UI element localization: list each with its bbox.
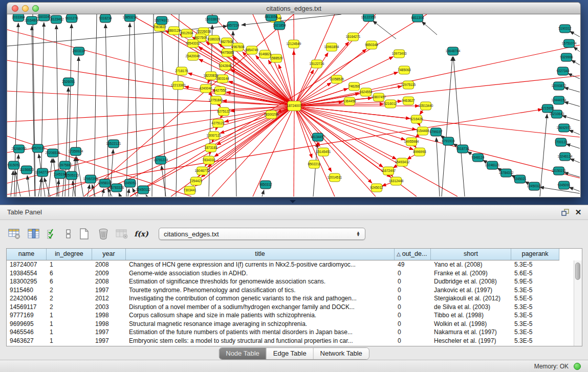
table-row[interactable]: 946362711997Embryonic stem cells: a mode… bbox=[7, 337, 574, 345]
function-builder-icon[interactable]: f(x) bbox=[134, 226, 149, 242]
tab-node-table[interactable]: Node Table bbox=[219, 348, 267, 359]
graph-node[interactable]: 15692971 bbox=[557, 124, 572, 132]
graph-node[interactable]: 10807457 bbox=[372, 93, 386, 101]
column-header-year[interactable]: year bbox=[92, 249, 126, 260]
table-row[interactable]: 911546021997Tourette syndrome. Phenomeno… bbox=[7, 286, 574, 295]
graph-node[interactable]: 2967608 bbox=[231, 43, 245, 51]
table-row[interactable]: 2242004622012Investigating the contribut… bbox=[7, 294, 574, 303]
graph-node[interactable]: 2718176 bbox=[175, 67, 188, 75]
graph-node[interactable]: 11058526 bbox=[330, 75, 344, 83]
graph-node[interactable]: 9227343 bbox=[556, 67, 570, 75]
graph-node[interactable]: 15751074 bbox=[562, 39, 577, 48]
graph-node[interactable]: 15134457 bbox=[311, 133, 325, 141]
graph-node[interactable]: 13150211 bbox=[552, 167, 567, 175]
graph-node[interactable]: 1921854 bbox=[273, 21, 286, 30]
table-row[interactable]: 1830029562008Estimation of significance … bbox=[7, 277, 574, 286]
graph-node[interactable]: 1624554 bbox=[359, 88, 373, 96]
graph-node[interactable]: 1364456 bbox=[343, 97, 356, 105]
graph-node[interactable]: 7254421 bbox=[189, 177, 203, 185]
graph-node[interactable]: 4240046 bbox=[199, 84, 212, 93]
graph-node[interactable]: 15122726 bbox=[310, 60, 324, 68]
graph-node[interactable]: 9242848 bbox=[219, 62, 232, 70]
graph-node[interactable]: 12444154 bbox=[552, 96, 567, 104]
graph-node[interactable]: 10973493 bbox=[392, 50, 407, 58]
graph-node[interactable]: 9518734 bbox=[456, 145, 469, 153]
graph-node[interactable]: 18529111 bbox=[31, 144, 45, 152]
vertical-scrollbar[interactable] bbox=[574, 260, 582, 346]
column-header-name[interactable]: name bbox=[7, 249, 47, 260]
graph-node[interactable]: 16783326 bbox=[110, 184, 124, 192]
graph-node[interactable]: 8912934 bbox=[180, 29, 193, 37]
graph-node[interactable]: 2526051 bbox=[62, 78, 75, 86]
graph-node[interactable]: 8860128 bbox=[167, 27, 181, 35]
graph-node[interactable]: 3216426 bbox=[410, 115, 423, 123]
graph-node[interactable]: 25266050 bbox=[12, 145, 27, 153]
graph-node[interactable]: 8215955 bbox=[541, 104, 554, 113]
graph-node[interactable]: 20206535 bbox=[46, 149, 60, 157]
graph-node[interactable]: 9348124 bbox=[471, 154, 485, 162]
table-row[interactable]: 1456911722003Disruption of a novel membe… bbox=[7, 303, 574, 312]
graph-node[interactable]: 10246121 bbox=[485, 161, 500, 169]
graph-node[interactable]: 8996993 bbox=[413, 148, 426, 156]
table-row[interactable]: 946554611997Estimation of the future num… bbox=[7, 328, 574, 337]
graph-node[interactable]: 14955984 bbox=[404, 138, 419, 146]
graph-node[interactable]: 7303441 bbox=[183, 186, 197, 194]
graph-node[interactable]: 15145451 bbox=[316, 148, 331, 156]
graph-node[interactable]: 16046771 bbox=[195, 167, 210, 175]
graph-node[interactable]: 1873183 bbox=[204, 144, 217, 152]
graph-node[interactable]: 16033809 bbox=[205, 15, 220, 24]
graph-node[interactable]: 18220838 bbox=[204, 72, 219, 80]
graph-node[interactable]: 12093872 bbox=[552, 82, 567, 90]
graph-node[interactable]: 9245051 bbox=[123, 179, 137, 187]
graph-node[interactable]: 7700123 bbox=[554, 138, 568, 146]
graph-node[interactable]: 18300295 bbox=[264, 111, 279, 119]
graph-node[interactable]: 12975115 bbox=[401, 81, 416, 89]
graph-node[interactable]: 8791919 bbox=[442, 137, 455, 145]
graph-node[interactable]: 8186328 bbox=[207, 35, 221, 43]
graph-node[interactable]: 8813054 bbox=[265, 14, 278, 21]
column-header-in_degree[interactable]: in_degree bbox=[47, 249, 92, 260]
graph-node[interactable]: 16791224 bbox=[154, 156, 168, 164]
table-row[interactable]: 1872400712008Changes of HCN gene express… bbox=[7, 260, 574, 269]
table-source-select[interactable]: citations_edges.txt ▲▼ bbox=[159, 228, 365, 240]
graph-node[interactable]: 15274101 bbox=[155, 16, 169, 25]
graph-node[interactable]: 5190312 bbox=[558, 25, 572, 33]
column-header-out_degree[interactable]: △out_de... bbox=[395, 249, 431, 260]
graph-node[interactable]: 18123462 bbox=[49, 15, 64, 24]
graph-node[interactable]: 4275123 bbox=[211, 119, 225, 127]
graph-node[interactable]: 12213383 bbox=[171, 81, 186, 90]
graph-node[interactable]: 9154469 bbox=[416, 127, 429, 135]
graph-node[interactable]: 12124549 bbox=[287, 40, 301, 48]
table-settings-icon[interactable] bbox=[7, 226, 23, 242]
column-header-pagerank[interactable]: pagerank bbox=[511, 249, 559, 260]
column-header-short[interactable]: short bbox=[431, 249, 511, 260]
graph-node[interactable]: 16312448 bbox=[389, 177, 404, 185]
graph-node[interactable]: 9315051 bbox=[7, 161, 20, 169]
graph-node[interactable]: 13522121 bbox=[106, 140, 121, 148]
table-row[interactable]: 969969511998Structural magnetic resonanc… bbox=[7, 320, 574, 329]
graph-node[interactable]: 23420046 bbox=[186, 52, 201, 60]
graph-node[interactable]: 9245012 bbox=[370, 184, 383, 192]
graph-node-hub[interactable]: 18724007 bbox=[287, 101, 302, 111]
graph-node[interactable]: 6216012 bbox=[384, 100, 397, 108]
graph-node[interactable]: 12014511 bbox=[328, 173, 342, 182]
new-file-icon[interactable] bbox=[77, 226, 92, 242]
row-height-icon[interactable] bbox=[64, 226, 73, 242]
column-visibility-icon[interactable] bbox=[26, 226, 41, 242]
network-graph[interactable]: 1872400779638228860128891293422226038982… bbox=[7, 14, 580, 196]
graph-node[interactable]: 10961854 bbox=[324, 43, 339, 51]
graph-node[interactable]: 7485063 bbox=[398, 66, 411, 74]
graph-node[interactable]: 9245091 bbox=[557, 181, 571, 189]
split-pane-handle[interactable] bbox=[290, 200, 296, 203]
graph-node[interactable]: 2033364 bbox=[12, 14, 25, 21]
graph-node[interactable]: 746266 bbox=[349, 82, 360, 91]
graph-node[interactable]: 10853210 bbox=[123, 14, 138, 21]
graph-node[interactable]: 9318234 bbox=[99, 14, 112, 23]
graph-node[interactable]: 16648784 bbox=[446, 47, 461, 55]
graph-node[interactable]: 15122358 bbox=[361, 14, 376, 21]
graph-node[interactable]: 11942737 bbox=[35, 168, 50, 177]
graph-node[interactable]: 6811304 bbox=[411, 14, 424, 22]
network-view[interactable]: 1872400779638228860128891293422226038982… bbox=[7, 14, 581, 198]
graph-node[interactable]: 17957255 bbox=[83, 175, 98, 183]
graph-node[interactable]: 12450112 bbox=[136, 186, 151, 194]
